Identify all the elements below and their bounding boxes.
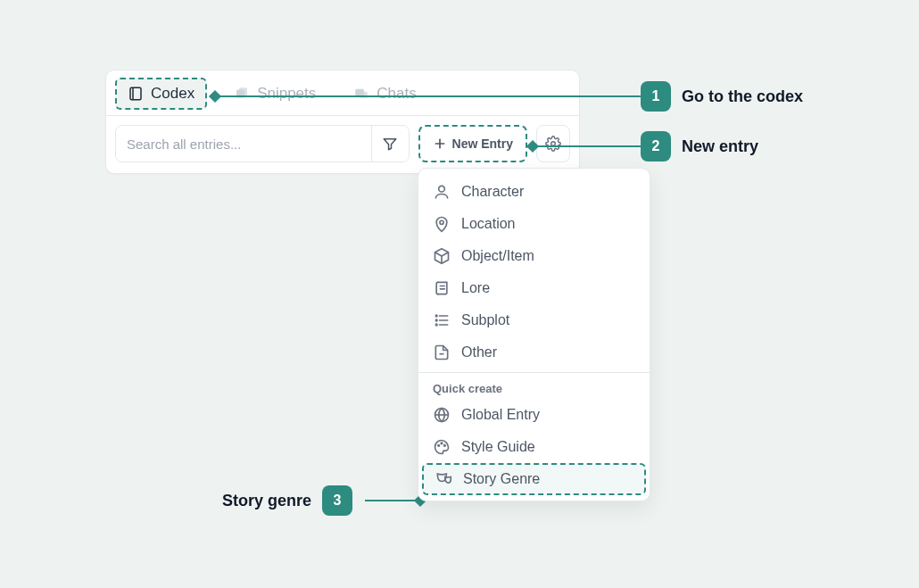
new-entry-dropdown: Character Location Object/Item Lore Subp… bbox=[418, 168, 650, 501]
gear-icon bbox=[545, 136, 561, 152]
dropdown-label: Story Genre bbox=[463, 471, 540, 487]
svg-point-17 bbox=[435, 315, 437, 317]
connector-2 bbox=[532, 145, 641, 147]
annotation-badge-2: 2 bbox=[641, 131, 671, 161]
dropdown-label: Lore bbox=[461, 280, 490, 296]
svg-rect-3 bbox=[239, 87, 247, 95]
tab-chats-label: Chats bbox=[377, 85, 416, 103]
dropdown-item-lore[interactable]: Lore bbox=[418, 272, 650, 304]
dropdown-section-quick: Quick create bbox=[418, 372, 650, 399]
tab-codex-label: Codex bbox=[151, 85, 195, 103]
svg-point-25 bbox=[444, 445, 446, 447]
svg-point-18 bbox=[435, 319, 437, 321]
tab-snippets-label: Snippets bbox=[257, 85, 316, 103]
annotation-label-2: New entry bbox=[682, 137, 758, 156]
dropdown-label: Character bbox=[461, 184, 524, 200]
dropdown-item-story-genre[interactable]: Story Genre bbox=[422, 463, 646, 495]
svg-point-11 bbox=[440, 220, 443, 224]
plus-icon bbox=[433, 137, 447, 151]
cards-icon bbox=[234, 86, 250, 102]
annotation-1: 1 Go to the codex bbox=[641, 81, 803, 112]
dropdown-item-other[interactable]: Other bbox=[418, 336, 650, 369]
dropdown-label: Style Guide bbox=[461, 439, 535, 455]
globe-icon bbox=[433, 406, 451, 424]
tab-bar: Codex Snippets Chats bbox=[106, 70, 579, 116]
connector-3 bbox=[365, 500, 420, 501]
new-entry-label: New Entry bbox=[452, 137, 513, 151]
chat-icon bbox=[353, 86, 369, 102]
user-icon bbox=[433, 183, 451, 201]
tab-codex[interactable]: Codex bbox=[115, 78, 207, 110]
list-icon bbox=[433, 311, 451, 329]
new-entry-button[interactable]: New Entry bbox=[418, 125, 527, 162]
file-icon bbox=[433, 344, 451, 361]
tab-chats[interactable]: Chats bbox=[344, 80, 425, 107]
dropdown-label: Subplot bbox=[461, 312, 509, 328]
svg-point-19 bbox=[435, 324, 437, 326]
annotation-3: 3 Story genre bbox=[222, 485, 352, 516]
filter-button[interactable] bbox=[371, 126, 409, 161]
scroll-icon bbox=[433, 279, 451, 297]
svg-point-10 bbox=[439, 186, 445, 192]
svg-rect-0 bbox=[130, 87, 141, 100]
book-icon bbox=[128, 86, 144, 102]
settings-button[interactable] bbox=[536, 125, 570, 162]
dropdown-item-style-guide[interactable]: Style Guide bbox=[418, 431, 650, 463]
svg-point-24 bbox=[441, 443, 443, 444]
tool-row: New Entry bbox=[106, 116, 579, 173]
pin-icon bbox=[433, 215, 451, 233]
cube-icon bbox=[433, 247, 451, 265]
dropdown-label: Global Entry bbox=[461, 407, 540, 423]
connector-1 bbox=[214, 95, 641, 97]
annotation-badge-1: 1 bbox=[641, 81, 671, 112]
svg-point-23 bbox=[438, 445, 440, 447]
search-wrap bbox=[115, 125, 410, 162]
annotation-label-1: Go to the codex bbox=[682, 87, 803, 106]
svg-marker-6 bbox=[384, 139, 396, 150]
dropdown-label: Object/Item bbox=[461, 248, 534, 264]
palette-icon bbox=[433, 438, 451, 456]
dropdown-label: Other bbox=[461, 344, 497, 360]
dropdown-item-object[interactable]: Object/Item bbox=[418, 240, 650, 272]
search-input[interactable] bbox=[116, 126, 371, 161]
filter-icon bbox=[382, 136, 398, 152]
dropdown-label: Location bbox=[461, 216, 516, 232]
tab-snippets[interactable]: Snippets bbox=[225, 80, 325, 107]
dropdown-item-global-entry[interactable]: Global Entry bbox=[418, 399, 650, 431]
dropdown-item-location[interactable]: Location bbox=[418, 208, 650, 240]
codex-panel: Codex Snippets Chats bbox=[105, 70, 580, 174]
masks-icon bbox=[435, 470, 452, 488]
annotation-label-3: Story genre bbox=[222, 492, 311, 510]
dropdown-item-subplot[interactable]: Subplot bbox=[418, 304, 650, 336]
dropdown-item-character[interactable]: Character bbox=[418, 176, 650, 208]
annotation-2: 2 New entry bbox=[641, 131, 758, 161]
annotation-badge-3: 3 bbox=[322, 485, 352, 516]
